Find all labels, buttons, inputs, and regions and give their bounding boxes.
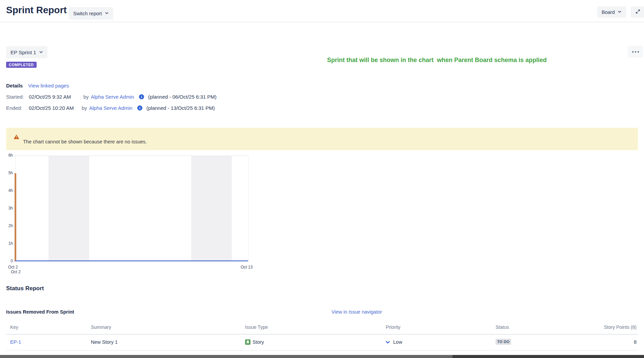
issue-summary: New Story 1 — [91, 339, 118, 345]
sprint-selector-label: EP Sprint 1 — [11, 49, 36, 55]
x-tick-label: Oct 13 — [241, 265, 253, 270]
warning-message: The chart cannot be shown because there … — [23, 139, 147, 144]
board-button[interactable]: Board — [597, 6, 626, 18]
started-user-link[interactable]: Alpha Serve Admin — [91, 94, 134, 100]
x-tick-label: Oct 2 — [11, 270, 21, 274]
ended-planned: (planned - 13/Oct/25 6:31 PM) — [146, 105, 215, 111]
ended-user-link[interactable]: Alpha Serve Admin — [89, 105, 133, 111]
table-row: EP-1 New Story 1 Story Low TO DO 8 — [6, 335, 638, 351]
y-tick-label: 0 — [0, 259, 13, 263]
started-planned: (planned - 06/Oct/25 6:31 PM) — [148, 94, 217, 100]
view-in-issue-navigator-link[interactable]: View in Issue navigator — [331, 309, 382, 315]
status-lozenge: TO DO — [496, 339, 511, 344]
chevron-down-icon — [105, 11, 109, 16]
issue-type-label: Story — [253, 339, 264, 345]
story-icon — [245, 339, 250, 346]
switch-report-label: Switch report — [73, 11, 102, 16]
issue-key-link[interactable]: EP-1 — [10, 339, 21, 345]
column-header-key: Key — [10, 324, 18, 330]
expand-button[interactable] — [631, 6, 644, 18]
priority-low-icon — [385, 340, 390, 346]
sprint-status-badge: COMPLETED — [6, 62, 37, 68]
started-label: Started: — [6, 94, 24, 100]
chevron-down-icon — [618, 9, 622, 15]
ended-label: Ended: — [6, 105, 22, 111]
details-heading: Details — [6, 83, 23, 88]
switch-report-button[interactable]: Switch report — [69, 7, 113, 20]
ended-by-label: by — [82, 105, 87, 111]
annotation-note: Sprint that will be shown in the chart w… — [327, 57, 547, 64]
page-title: Sprint Report — [6, 5, 67, 16]
window-bottom-edge — [0, 355, 452, 358]
ended-date: 02/Oct/25 10:20 AM — [29, 105, 74, 111]
non-working-days-band — [48, 156, 89, 261]
warning-triangle-icon — [14, 134, 19, 141]
ellipsis-icon — [632, 51, 633, 53]
window-bottom-edge — [452, 355, 644, 358]
chart-plot-area — [15, 156, 248, 262]
y-tick-label: 5h — [0, 171, 13, 175]
column-header-summary: Summary — [91, 324, 111, 330]
column-header-status: Status — [496, 324, 509, 330]
issues-removed-title: Issues Removed From Sprint — [6, 309, 74, 315]
board-label: Board — [602, 9, 615, 15]
started-date: 02/Oct/25 9:32 AM — [29, 94, 71, 100]
view-linked-pages-link[interactable]: View linked pages — [28, 83, 69, 88]
priority-label: Low — [393, 339, 402, 345]
remaining-time-series — [15, 173, 16, 261]
y-tick-label: 2h — [0, 223, 13, 228]
sprint-selector[interactable]: EP Sprint 1 — [6, 46, 47, 58]
table-header-row: Key Summary Issue Type Priority Status S… — [6, 321, 638, 335]
column-header-issue-type: Issue Type — [245, 324, 268, 330]
chevron-down-icon — [39, 49, 43, 55]
y-tick-label: 6h — [0, 153, 13, 158]
x-tick-label: Oct 2 — [8, 265, 18, 270]
story-points-value: 8 — [634, 339, 637, 345]
issues-removed-table: Key Summary Issue Type Priority Status S… — [6, 321, 638, 351]
info-icon[interactable]: i — [137, 105, 142, 111]
zero-baseline-series — [15, 260, 248, 261]
report-header: Sprint Report Switch report Board — [0, 0, 644, 22]
diagonal-arrows-icon — [635, 9, 641, 15]
y-tick-label: 4h — [0, 188, 13, 193]
y-tick-label: 3h — [0, 206, 13, 211]
warning-banner: The chart cannot be shown because there … — [6, 128, 638, 150]
column-header-priority: Priority — [386, 324, 401, 330]
status-report-heading: Status Report — [6, 285, 44, 292]
y-tick-label: 1h — [0, 241, 13, 246]
column-header-story-points: Story Points (8) — [604, 324, 637, 330]
non-working-days-band — [191, 156, 232, 261]
info-icon[interactable]: i — [139, 94, 144, 99]
sprint-burndown-chart: 6h 5h 4h 3h 2h 1h 0 Oct 2 Oct 2 Oct 13 — [0, 153, 264, 281]
started-by-label: by — [83, 94, 89, 100]
more-actions-button[interactable] — [628, 46, 643, 58]
